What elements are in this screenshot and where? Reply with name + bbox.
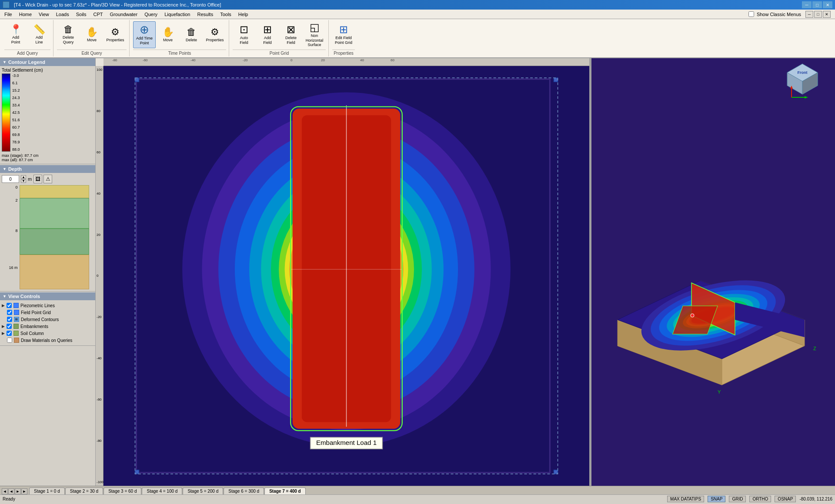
depth-icon-2[interactable]: ⚠: [43, 175, 52, 183]
soil-layers: [20, 185, 89, 289]
delete-query-button[interactable]: 🗑 DeleteQuery: [57, 21, 80, 48]
ruler-tick-x0: -80: [112, 58, 117, 62]
svg-text:Z: Z: [813, 346, 816, 351]
menu-help[interactable]: Help: [235, 10, 252, 19]
legend-val-8: 69.8: [12, 133, 20, 137]
minimize-button[interactable]: ─: [802, 1, 812, 8]
menu-cpt[interactable]: CPT: [90, 10, 107, 19]
right-viewport[interactable]: Front: [591, 58, 835, 486]
move-query-button[interactable]: ✋ Move: [80, 21, 103, 48]
ribbon-buttons-point-grid: ⊡ AutoField ⊞ AddField ⊠ DeleteField ◱ N…: [233, 21, 326, 49]
delete-field-button[interactable]: ⊠ DeleteField: [280, 21, 302, 48]
delete-time-button[interactable]: 🗑 Delete: [180, 21, 203, 48]
add-field-button[interactable]: ⊞ AddField: [256, 21, 279, 48]
osnap-btn[interactable]: OSNAP: [775, 496, 796, 502]
point-grid-label: Point Grid: [233, 50, 326, 56]
menu-view[interactable]: View: [35, 10, 53, 19]
ruler-y-m40: -40: [97, 356, 102, 360]
depth-title: Depth: [8, 166, 22, 172]
ribbon-buttons-edit-query: 🗑 DeleteQuery ✋ Move ⚙ Properties: [57, 21, 127, 49]
window-max2[interactable]: □: [814, 11, 822, 18]
auto-field-button[interactable]: ⊡ AutoField: [233, 21, 255, 48]
expand-piezometric[interactable]: ▶: [2, 303, 5, 308]
stage-nav-last[interactable]: ►: [21, 488, 27, 494]
depth-header[interactable]: ▼ Depth: [0, 165, 95, 173]
menu-query[interactable]: Query: [141, 10, 161, 19]
statusbar: Ready MAX DATATIPS SNAP GRID ORTHO OSNAP…: [0, 494, 835, 503]
properties-query-icon: ⚙: [111, 27, 120, 37]
stage-tab-3[interactable]: Stage 3 = 60 d: [104, 487, 141, 494]
show-classic-checkbox[interactable]: [748, 11, 754, 17]
ruler-y-m100: -100: [97, 480, 102, 484]
soil-profile: 0 2 8 16 m: [7, 185, 89, 289]
add-line-button[interactable]: 📏 AddLine: [28, 21, 50, 48]
close-button[interactable]: ✕: [823, 1, 832, 8]
check-soil-column[interactable]: [7, 331, 12, 336]
ruler-tick-x2: -40: [190, 58, 196, 62]
check-field-point[interactable]: [7, 310, 12, 315]
stage-nav-prev[interactable]: ◄: [8, 488, 14, 494]
piezometric-label: Piezometric Lines: [20, 303, 55, 308]
move-query-label: Move: [87, 38, 97, 43]
check-draw-materials[interactable]: [7, 338, 12, 343]
add-time-point-button[interactable]: ⊕ Add TimePoint: [133, 21, 156, 48]
ruler-tick-x4: 0: [291, 58, 292, 62]
stage-nav-next[interactable]: ►: [15, 488, 21, 494]
expand-soil-column[interactable]: ▶: [2, 331, 5, 335]
stage-tabs: ◄ ◄ ► ► Stage 1 = 0 d Stage 2 = 30 d Sta…: [0, 486, 835, 494]
ortho-btn[interactable]: ORTHO: [749, 496, 771, 502]
menu-soils[interactable]: Soils: [73, 10, 90, 19]
menu-results[interactable]: Results: [194, 10, 217, 19]
stage-tab-1[interactable]: Stage 1 = 0 d: [29, 487, 65, 494]
center-viewport[interactable]: -80 -60 -40 -20 0 20 40 60 100 80 60 40 …: [96, 58, 590, 486]
window-close2[interactable]: ✕: [823, 11, 831, 18]
check-piezometric[interactable]: [7, 303, 12, 308]
move-time-button[interactable]: ✋ Move: [157, 21, 179, 48]
non-horizontal-button[interactable]: ◱ Non HorizontalSurface: [303, 21, 326, 48]
properties-query-button[interactable]: ⚙ Properties: [104, 21, 127, 48]
depth-input[interactable]: [2, 175, 19, 183]
view-controls-section: ▼ View Controls ▶ Piezometric Lines Fiel…: [0, 292, 95, 346]
grid-btn[interactable]: GRID: [729, 496, 746, 502]
edit-field-grid-button[interactable]: ⊞ Edit FieldPoint Grid: [332, 21, 355, 48]
move-time-label: Move: [163, 38, 173, 43]
ribbon-group-time-points: ⊕ Add TimePoint ✋ Move 🗑 Delete ⚙ Proper…: [130, 20, 229, 56]
expand-embankments[interactable]: ▶: [2, 324, 5, 328]
stage-tab-4[interactable]: Stage 4 = 100 d: [142, 487, 182, 494]
ruler-left: 100 80 60 40 20 0 -20 -40 -60 -80 -100: [96, 66, 104, 486]
menu-groundwater[interactable]: Groundwater: [107, 10, 141, 19]
deformed-contours-label: Deformed Contours: [21, 317, 59, 322]
menu-loads[interactable]: Loads: [53, 10, 73, 19]
check-deformed-contours[interactable]: [7, 317, 12, 322]
add-field-label: AddField: [263, 36, 272, 45]
delete-field-icon: ⊠: [287, 24, 295, 35]
view-controls-header[interactable]: ▼ View Controls: [0, 292, 95, 300]
spin-down[interactable]: ▼: [21, 179, 26, 183]
legend-labels: -3.0 6.1 15.2 24.3 33.4 42.5 51.6 60.7 6…: [12, 73, 20, 152]
window-restore[interactable]: ─: [805, 11, 813, 18]
ribbon: 📍 AddPoint 📏 AddLine Add Query 🗑 DeleteQ…: [0, 19, 835, 58]
main-canvas[interactable]: Embankment Load 1: [104, 66, 589, 486]
stage-tab-5[interactable]: Stage 5 = 200 d: [183, 487, 223, 494]
menu-home[interactable]: Home: [16, 10, 35, 19]
stage-nav-first[interactable]: ◄: [2, 488, 8, 494]
spin-up[interactable]: ▲: [21, 175, 26, 179]
menu-file[interactable]: File: [1, 10, 16, 19]
maximize-button[interactable]: □: [812, 1, 822, 8]
menu-liquefaction[interactable]: Liquefaction: [161, 10, 194, 19]
depth-icon-1[interactable]: 🖼: [33, 175, 42, 183]
max-datatips-btn[interactable]: MAX DATATIPS: [667, 496, 704, 502]
properties-time-button[interactable]: ⚙ Properties: [204, 21, 226, 48]
stage-tab-7[interactable]: Stage 7 = 400 d: [264, 487, 306, 494]
contour-legend-header[interactable]: ▼ Contour Legend: [0, 58, 95, 66]
properties-query-label: Properties: [106, 38, 124, 43]
ruler-tick-x1: -60: [143, 58, 148, 62]
stage-tab-2[interactable]: Stage 2 = 30 d: [65, 487, 103, 494]
view-controls-title: View Controls: [8, 294, 40, 299]
stage-tab-6[interactable]: Stage 6 = 300 d: [224, 487, 264, 494]
add-point-button[interactable]: 📍 AddPoint: [4, 21, 27, 48]
menu-tools[interactable]: Tools: [217, 10, 235, 19]
check-embankments[interactable]: [7, 324, 12, 329]
ruler-y-m60: -60: [97, 398, 102, 401]
snap-btn[interactable]: SNAP: [708, 496, 725, 502]
